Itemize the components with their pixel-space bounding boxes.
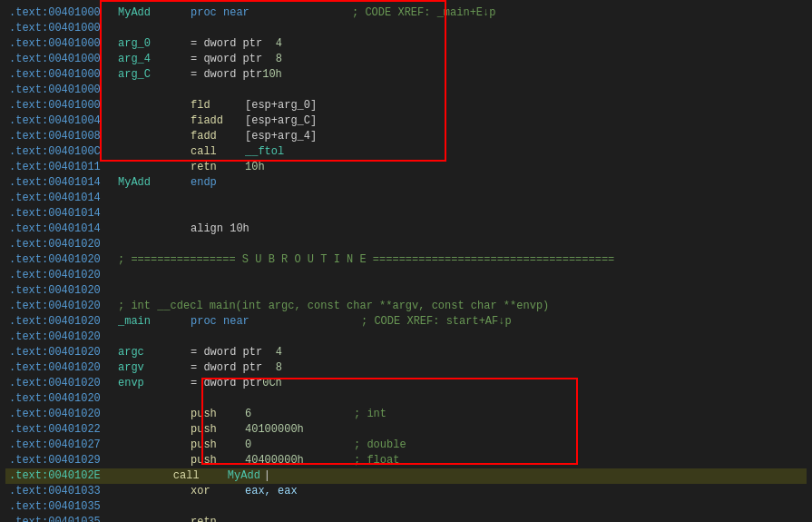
code-line: .text:00401033 xor eax, eax <box>5 484 807 499</box>
value: 8 <box>276 52 282 67</box>
label: arg_4 <box>118 52 191 67</box>
code-line: .text:00401020 envp = dword ptr 0Ch <box>5 376 807 391</box>
label: argc <box>118 345 191 360</box>
address: .text:00401011 <box>9 160 118 175</box>
code-line: .text:00401014 align 10h <box>5 222 807 237</box>
address: .text:00401020 <box>9 268 118 283</box>
operand: = dword ptr <box>191 376 262 391</box>
label: arg_C <box>118 67 191 83</box>
address: .text:00401000 <box>9 5 118 21</box>
operand: MyAdd <box>228 468 260 484</box>
code-line: .text:00401000 <box>5 21 807 36</box>
operand: = dword ptr <box>191 360 276 376</box>
cursor: | <box>264 468 270 484</box>
code-line: .text:00401029 push 40400000h ; float <box>5 453 807 468</box>
value: 4 <box>276 36 282 52</box>
comment: ; float <box>354 453 399 468</box>
operand: [esp+arg_0] <box>245 98 317 113</box>
mnemonic: push <box>191 407 245 422</box>
address: .text:00401035 <box>9 499 118 515</box>
address: .text:00401000 <box>9 21 118 36</box>
operand: 40400000h <box>245 453 354 468</box>
code-line: .text:00401020 <box>5 237 807 252</box>
code-line: .text:00401020 argv = dword ptr 8 <box>5 360 807 376</box>
label: MyAdd <box>118 5 191 21</box>
code-line: .text:00401014 <box>5 206 807 222</box>
address: .text:00401020 <box>9 314 118 330</box>
address: .text:00401020 <box>9 299 118 314</box>
operand: 40100000h <box>245 422 354 438</box>
address: .text:00401014 <box>9 191 118 206</box>
code-line: .text:00401020 <box>5 391 807 407</box>
value: 10h <box>262 67 282 83</box>
mnemonic: call <box>191 144 245 160</box>
comment: ; CODE XREF: start+AF↓p <box>263 314 512 330</box>
comment: ; int __cdecl main(int argc, const char … <box>118 299 549 314</box>
address: .text:00401022 <box>9 422 118 438</box>
mnemonic: endp <box>191 175 217 191</box>
code-line: .text:0040100C call __ftol <box>5 144 807 160</box>
operand: eax, eax <box>245 484 298 499</box>
operand: 0 <box>245 438 354 453</box>
address: .text:00401014 <box>9 206 118 222</box>
address: .text:00401035 <box>9 515 118 522</box>
mnemonic: xor <box>191 484 245 499</box>
code-line: .text:00401020 ; int __cdecl main(int ar… <box>5 299 807 314</box>
address: .text:00401000 <box>9 67 118 83</box>
mnemonic: push <box>191 438 245 453</box>
mnemonic: push <box>191 453 245 468</box>
operand: __ftol <box>245 144 284 160</box>
code-line: .text:00401027 push 0 ; double <box>5 438 807 453</box>
code-line: .text:00401020 <box>5 330 807 345</box>
address: .text:00401000 <box>9 83 118 98</box>
code-line: .text:00401014 <box>5 191 807 206</box>
mnemonic: fiadd <box>191 113 245 129</box>
address: .text:00401027 <box>9 438 118 453</box>
value: 0Ch <box>262 376 282 391</box>
operand: [esp+arg_C] <box>245 113 317 129</box>
label: _main <box>118 314 191 330</box>
operand: 6 <box>245 407 354 422</box>
address: .text:00401014 <box>9 175 118 191</box>
directive: align 10h <box>191 222 249 237</box>
address: .text:00401000 <box>9 52 118 67</box>
address: .text:00401020 <box>9 407 118 422</box>
code-line: .text:0040102E call MyAdd | <box>5 468 807 484</box>
code-line: .text:00401000 arg_0 = dword ptr 4 <box>5 36 807 52</box>
value: 4 <box>276 345 282 360</box>
address: .text:0040102E <box>9 468 101 484</box>
operand: 10h <box>245 160 265 175</box>
code-view: .text:00401000 MyAdd proc near ; CODE XR… <box>0 0 812 522</box>
mnemonic: proc near <box>191 314 263 330</box>
value: 8 <box>276 360 282 376</box>
code-line: .text:00401020 argc = dword ptr 4 <box>5 345 807 360</box>
label: arg_0 <box>118 36 191 52</box>
code-line: .text:00401014 MyAdd endp <box>5 175 807 191</box>
address: .text:00401020 <box>9 283 118 299</box>
address: .text:00401020 <box>9 330 118 345</box>
address: .text:00401008 <box>9 129 118 144</box>
address: .text:00401014 <box>9 222 118 237</box>
address: .text:00401000 <box>9 36 118 52</box>
comment: ; double <box>354 438 406 453</box>
code-line: .text:00401035 retn <box>5 515 807 522</box>
comment: ; ================ S U B R O U T I N E =… <box>118 252 614 268</box>
code-line: .text:00401008 fadd [esp+arg_4] <box>5 129 807 144</box>
address: .text:00401033 <box>9 484 118 499</box>
address: .text:00401020 <box>9 360 118 376</box>
address: .text:00401020 <box>9 252 118 268</box>
comment: ; CODE XREF: _main+E↓p <box>254 5 495 21</box>
address: .text:00401020 <box>9 376 118 391</box>
code-line: .text:00401011 retn 10h <box>5 160 807 175</box>
mnemonic: call <box>173 468 228 484</box>
operand: = qword ptr <box>191 52 276 67</box>
address: .text:0040100C <box>9 144 118 160</box>
address: .text:00401029 <box>9 453 118 468</box>
code-line: .text:00401000 fld [esp+arg_0] <box>5 98 807 113</box>
operand: = dword ptr <box>191 36 276 52</box>
mnemonic: retn <box>191 515 245 522</box>
label: argv <box>118 360 191 376</box>
address: .text:00401020 <box>9 345 118 360</box>
address: .text:00401020 <box>9 237 118 252</box>
mnemonic: retn <box>191 160 245 175</box>
